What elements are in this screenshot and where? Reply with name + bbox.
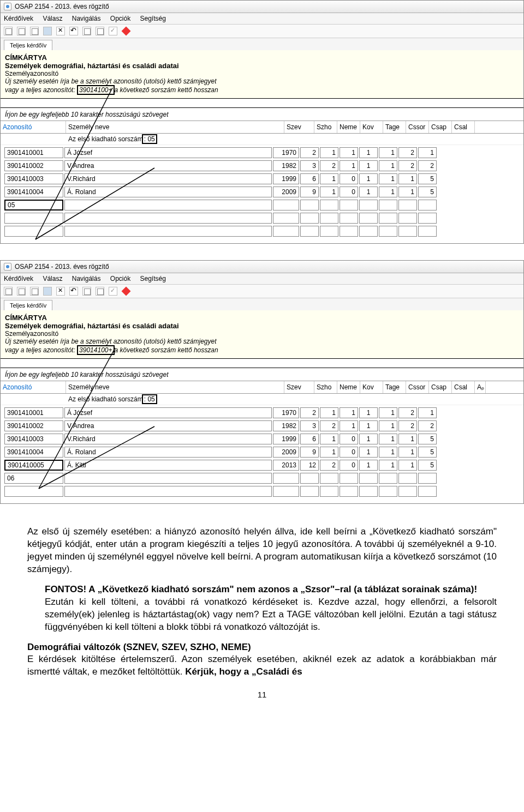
cell-tage[interactable]: 1 [359,407,378,418]
cell-nev[interactable]: Á. Roland [64,187,272,197]
cell-kov[interactable]: 0 [340,173,358,184]
cell-nev[interactable]: V Andrea [64,160,272,171]
menu-kerdoivek[interactable]: Kérdőívek [4,15,33,22]
cell-szho[interactable]: 2 [300,147,319,158]
cell-szev[interactable]: 1999 [273,173,299,184]
menu-valasz[interactable]: Válasz [43,275,62,282]
cell-tage[interactable]: 1 [359,434,378,444]
cell-kov[interactable]: 1 [340,407,358,418]
toolbar-save-icon[interactable] [43,27,52,35]
cell-neme[interactable]: 2 [320,160,338,171]
cell-szev[interactable] [273,473,299,484]
toolbar-doc1-icon[interactable] [82,287,91,296]
cell-azon[interactable]: 3901410004 [4,447,63,458]
toolbar-diamond-icon[interactable] [122,27,131,36]
cell-nev[interactable] [64,226,272,237]
cell-szev[interactable]: 1982 [273,160,299,171]
cell-azon[interactable]: 3901410004 [4,187,63,197]
cell-nev[interactable]: V.Richárd [64,434,272,444]
cell-cssor[interactable]: 1 [379,460,397,471]
cell-tage[interactable]: 1 [359,460,378,471]
cell-azon[interactable]: 3901410002 [4,420,63,431]
cell-cssor[interactable] [379,200,397,210]
cell-azon[interactable] [4,226,63,237]
cell-kov[interactable]: 0 [340,447,358,458]
cell-azon[interactable]: 3901410001 [4,147,63,158]
toolbar-check-icon[interactable] [109,27,117,35]
cell-nev[interactable]: Á. Roland [64,447,272,458]
cell-cssor[interactable]: 1 [379,434,397,444]
cell-neme[interactable]: 1 [320,187,338,197]
cell-tage[interactable]: 1 [359,420,378,431]
cell-nev[interactable] [64,200,272,210]
cell-szho[interactable]: 9 [300,447,319,458]
menu-kerdoivek[interactable]: Kérdőívek [4,275,33,282]
cell-szho[interactable]: 3 [300,160,319,171]
cell-cssor[interactable]: 1 [379,447,397,458]
cell-neme[interactable]: 1 [320,434,338,444]
cell-kov[interactable]: 1 [340,160,358,171]
next-azon-input[interactable]: 06 [4,473,63,484]
active-azon-input[interactable]: 05 [4,200,63,210]
toolbar-open-icon[interactable] [17,27,26,35]
cell-tage[interactable]: 1 [359,187,378,197]
cell-szho[interactable]: 6 [300,173,319,184]
cell-tage[interactable]: 1 [359,147,378,158]
cell-szev[interactable]: 2009 [273,447,299,458]
cell-azon[interactable] [4,213,63,224]
cell-csal[interactable]: 5 [418,434,437,444]
cell-azon[interactable]: 3901410005 [4,460,63,471]
cell-cssor[interactable]: 1 [379,187,397,197]
cell-tage[interactable]: 1 [359,173,378,184]
cell-azon[interactable]: 3901410003 [4,173,63,184]
cell-kov[interactable]: 1 [340,420,358,431]
cell-szev[interactable] [273,200,299,210]
cell-neme[interactable] [320,200,338,210]
cell-cssor[interactable]: 1 [379,160,397,171]
cell-szev[interactable]: 1999 [273,434,299,444]
cell-csap[interactable] [398,200,417,210]
menu-valasz[interactable]: Válasz [43,15,62,22]
cell-szev[interactable]: 2009 [273,187,299,197]
cell-nev[interactable]: V Andrea [64,420,272,431]
cell-cssor[interactable]: 1 [379,407,397,418]
toolbar-undo-icon[interactable] [69,287,78,296]
cell-azon[interactable]: 3901410003 [4,434,63,444]
toolbar-doc2-icon[interactable] [96,27,104,35]
cell-neme[interactable]: 2 [320,420,338,431]
cell-szho[interactable]: 2 [300,407,319,418]
cell-kov[interactable]: 0 [340,187,358,197]
toolbar-doc2-icon[interactable] [96,287,104,296]
cell-neme[interactable]: 1 [320,147,338,158]
toolbar-new-icon[interactable] [4,287,13,296]
tab-teljes-kerdoiv[interactable]: Teljes kérdőív [4,300,52,310]
cell-csap[interactable]: 2 [398,147,417,158]
toolbar-open-icon[interactable] [17,287,26,296]
cell-szev[interactable]: 1970 [273,407,299,418]
cell-nev[interactable] [64,473,272,484]
cell-csap[interactable]: 2 [398,160,417,171]
cell-csal[interactable]: 2 [418,160,437,171]
toolbar-copy-icon[interactable] [30,27,39,35]
cell-neme[interactable]: 1 [320,407,338,418]
cell-neme[interactable]: 1 [320,173,338,184]
cell-csap[interactable]: 2 [398,407,417,418]
cell-csal[interactable] [418,200,437,210]
toolbar-new-icon[interactable] [4,27,13,35]
cell-csap[interactable]: 2 [398,420,417,431]
cell-szev[interactable]: 2013 [273,460,299,471]
cell-kov[interactable] [340,200,358,210]
cell-csap[interactable]: 1 [398,434,417,444]
cell-neme[interactable]: 2 [320,460,338,471]
toolbar-doc1-icon[interactable] [82,27,91,35]
cell-tage[interactable] [359,200,378,210]
cell-csap[interactable]: 1 [398,187,417,197]
cell-csap[interactable]: 1 [398,173,417,184]
menu-navigalas[interactable]: Navigálás [72,15,101,22]
menu-opciok[interactable]: Opciók [110,15,130,22]
menu-opciok[interactable]: Opciók [110,275,130,282]
cell-csap[interactable]: 1 [398,447,417,458]
cell-szho[interactable]: 3 [300,420,319,431]
cell-szho[interactable]: 6 [300,434,319,444]
cell-kov[interactable]: 0 [340,460,358,471]
